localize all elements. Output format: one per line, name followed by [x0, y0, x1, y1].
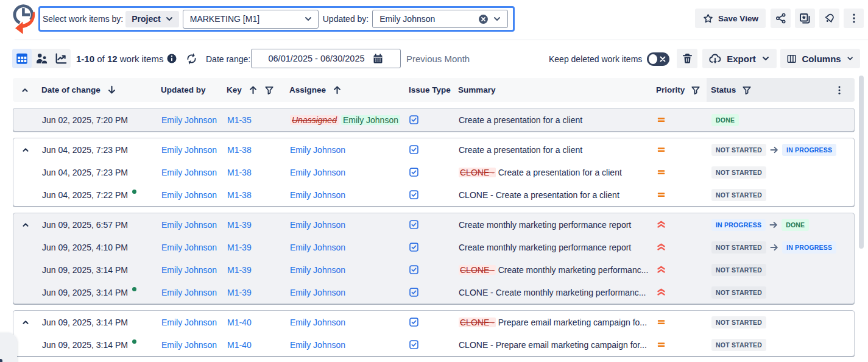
updated-by-link[interactable]: Emily Johnson — [161, 288, 217, 297]
header-issue-type[interactable]: Issue Type — [409, 78, 458, 102]
table-row: Jun 09, 2025, 3:14 PM Emily Johnson M1-3… — [13, 281, 854, 303]
chevron-down-icon[interactable] — [492, 14, 502, 24]
assignee-link[interactable]: Emily Johnson — [290, 168, 345, 177]
updated-by-link[interactable]: Emily Johnson — [161, 220, 217, 230]
header-collapse-cell[interactable] — [13, 78, 41, 102]
sort-asc-icon[interactable] — [332, 85, 342, 95]
refresh-icon[interactable] — [185, 52, 198, 65]
updated-by-link[interactable]: Emily Johnson — [161, 265, 217, 275]
assignee-link[interactable]: Emily Johnson — [290, 190, 345, 200]
header-key[interactable]: Key — [227, 78, 289, 102]
status-badge: NOT STARTED — [711, 264, 766, 276]
updated-by-link[interactable]: Emily Johnson — [161, 145, 217, 155]
assignee-link[interactable]: Emily Johnson — [290, 265, 345, 275]
delete-button[interactable] — [677, 49, 697, 68]
work-items-count: 1-10 of 12 work items — [76, 54, 163, 64]
filter-icon[interactable] — [264, 85, 274, 95]
filter-mode-dropdown[interactable]: Project — [125, 11, 178, 27]
chevron-up-icon[interactable] — [21, 221, 30, 229]
assignee-link[interactable]: Emily Johnson — [290, 220, 345, 230]
group-collapse-cell[interactable] — [13, 146, 42, 154]
key-cell: M1-39 — [227, 243, 290, 252]
assignee-link[interactable]: Emily Johnson — [290, 145, 345, 155]
issue-key-link[interactable]: M1-39 — [227, 265, 252, 275]
assignee-removed: Unassigned — [290, 115, 339, 125]
updated-by-link[interactable]: Emily Johnson — [161, 318, 217, 327]
chevron-down-icon — [761, 54, 771, 63]
share-button[interactable] — [771, 9, 791, 28]
updated-by-link[interactable]: Emily Johnson — [161, 168, 217, 177]
assignee-link[interactable]: Emily Johnson — [290, 340, 345, 350]
header-priority[interactable]: Priority — [656, 78, 707, 102]
task-type-icon — [409, 190, 418, 199]
header-status[interactable]: Status — [707, 78, 855, 102]
updated-by-link[interactable]: Emily Johnson — [161, 115, 217, 125]
arrow-right-icon — [769, 220, 778, 230]
issue-type-cell — [409, 265, 459, 274]
sort-desc-icon[interactable] — [107, 85, 117, 95]
task-type-icon — [409, 220, 418, 229]
previous-month-link[interactable]: Previous Month — [406, 54, 470, 64]
sort-asc-icon[interactable] — [248, 85, 258, 95]
issue-key-link[interactable]: M1-38 — [227, 145, 252, 155]
key-cell: M1-38 — [227, 168, 290, 177]
updated-by-link[interactable]: Emily Johnson — [161, 340, 217, 350]
date-of-change-cell: Jun 02, 2025, 7:20 PM — [42, 115, 161, 125]
header-assignee[interactable]: Assignee — [289, 78, 409, 102]
issue-key-link[interactable]: M1-39 — [227, 220, 252, 230]
issue-key-link[interactable]: M1-38 — [227, 190, 252, 200]
toggle-knob — [649, 54, 657, 64]
issue-key-link[interactable]: M1-39 — [227, 243, 252, 252]
issue-key-link[interactable]: M1-35 — [227, 115, 252, 125]
save-view-button[interactable]: Save View — [695, 9, 766, 28]
chevron-down-icon — [846, 54, 854, 63]
assignee-link[interactable]: Emily Johnson — [290, 288, 345, 297]
header-updated-by[interactable]: Updated by — [161, 78, 227, 102]
chevron-up-icon[interactable] — [21, 318, 30, 327]
header-summary[interactable]: Summary — [458, 78, 656, 102]
header-date-of-change[interactable]: Date of change — [41, 78, 161, 102]
date-range-input[interactable]: 06/01/2025 - 06/30/2025 — [251, 49, 401, 68]
task-type-icon — [409, 145, 418, 154]
issue-key-link[interactable]: M1-39 — [227, 288, 252, 297]
issue-key-link[interactable]: M1-40 — [227, 318, 252, 327]
chevron-up-icon[interactable] — [21, 146, 30, 154]
group-collapse-cell[interactable] — [13, 221, 42, 229]
task-type-icon — [409, 243, 418, 252]
saved-views-button[interactable] — [795, 9, 815, 28]
keep-deleted-toggle[interactable] — [647, 52, 669, 66]
vertical-scrollbar[interactable] — [859, 76, 864, 249]
export-button[interactable]: Export — [702, 49, 777, 68]
group-collapse-cell[interactable] — [13, 318, 42, 327]
updated-by-cell: Emily Johnson — [161, 288, 227, 297]
table-menu-icon[interactable] — [834, 85, 845, 96]
summary-cell: Create a presentation for a client — [459, 145, 657, 155]
project-select[interactable]: MARKETING [M1] — [183, 10, 319, 29]
filter-icon[interactable] — [742, 85, 752, 95]
issue-key-link[interactable]: M1-40 — [227, 340, 252, 350]
chart-view-button[interactable] — [51, 49, 71, 68]
assignee-link[interactable]: Emily Johnson — [290, 318, 345, 327]
more-menu-button[interactable] — [844, 9, 864, 28]
updated-by-link[interactable]: Emily Johnson — [161, 190, 217, 200]
issue-key-link[interactable]: M1-38 — [227, 168, 252, 177]
columns-button[interactable]: Columns — [780, 49, 860, 68]
priority-medium-icon — [657, 318, 666, 327]
status-badge: NOT STARTED — [711, 166, 766, 179]
status-cell: NOT STARTEDIN PROGRESS — [707, 241, 854, 254]
priority-cell — [657, 243, 707, 252]
updated-by-link[interactable]: Emily Johnson — [161, 243, 217, 252]
key-cell: M1-39 — [227, 220, 290, 230]
filter-icon[interactable] — [691, 85, 700, 95]
people-view-button[interactable] — [32, 49, 51, 68]
notifications-button[interactable] — [819, 9, 839, 28]
assignee-link[interactable]: Emily Johnson — [290, 243, 345, 252]
work-item-group: Jun 09, 2025, 6:57 PM Emily Johnson M1-3… — [13, 213, 855, 304]
updated-by-input[interactable]: Emily Johnson — [372, 10, 508, 28]
clear-icon[interactable] — [478, 14, 489, 24]
priority-cell — [657, 190, 707, 199]
info-icon[interactable] — [166, 53, 177, 64]
floating-widget[interactable] — [0, 333, 17, 362]
table-view-button[interactable] — [12, 49, 32, 68]
status-badge-from: NOT STARTED — [711, 144, 766, 156]
